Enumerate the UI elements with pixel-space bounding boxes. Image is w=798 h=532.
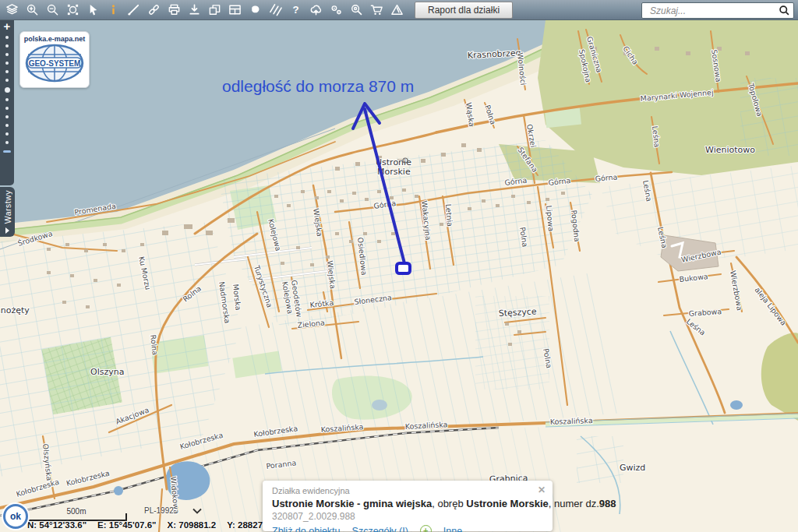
search-box[interactable] <box>641 2 794 19</box>
coord-n: N: 54°12'33.6" <box>27 520 87 530</box>
zoom-out-icon[interactable] <box>42 0 62 20</box>
map-label: Olszyna <box>90 367 124 377</box>
zoom-level-dot[interactable] <box>5 79 9 82</box>
details-link[interactable]: Szczegóły (I) <box>352 526 408 532</box>
info-icon[interactable] <box>103 0 123 20</box>
zoom-level-dot[interactable] <box>5 70 9 73</box>
link-icon[interactable] <box>143 0 164 20</box>
print-icon[interactable] <box>164 0 184 20</box>
expand-arrow-icon <box>5 227 9 234</box>
zoom-level-dot[interactable] <box>5 62 9 65</box>
zoom-level-dot[interactable] <box>5 44 9 48</box>
parcel-info-popup: ✕ Działka ewidencyjna Ustronie Morskie -… <box>263 481 553 531</box>
draw-line-icon[interactable] <box>123 0 143 20</box>
layers-tab-label: Warstwy <box>3 190 12 224</box>
other-link[interactable]: Inne <box>443 526 462 532</box>
map-label: Gwizd <box>620 463 645 473</box>
cart-icon[interactable] <box>366 0 387 20</box>
parcel-id: 320807_2.0029.988 <box>272 511 543 522</box>
map-canvas[interactable]: KrasnobrzegWieniotowoSianożętyOlszynaStę… <box>0 20 798 532</box>
zoom-level-dot[interactable] <box>5 36 9 39</box>
hatch-lines-icon[interactable] <box>265 0 285 20</box>
geo-system-globe-icon: GEO-SYSTEM <box>24 43 85 83</box>
site-logo[interactable]: polska.e-mapa.net GEO-SYSTEM <box>19 31 90 88</box>
layers-icon[interactable] <box>2 0 22 20</box>
svg-text:GEO-SYSTEM: GEO-SYSTEM <box>29 59 81 68</box>
zoom-level-dot[interactable] <box>5 87 10 93</box>
select-area-icon[interactable] <box>62 0 83 20</box>
zoom-in-button[interactable]: + <box>4 20 11 33</box>
search-icon[interactable] <box>779 5 790 16</box>
crs-selector[interactable]: PL-1992 <box>144 506 202 515</box>
svg-text:?: ? <box>292 4 298 16</box>
preview-icon[interactable] <box>346 0 366 20</box>
settings-icon[interactable] <box>326 0 346 20</box>
map-label: Sianożęty <box>0 305 30 315</box>
zoom-strip: + <box>0 20 14 185</box>
download-icon[interactable] <box>184 0 204 20</box>
report-parcel-button[interactable]: Raport dla działki <box>415 2 513 19</box>
scale-label: 500m <box>26 507 127 516</box>
map-label: Stęszyce <box>498 306 537 319</box>
search-input[interactable] <box>648 5 779 17</box>
zoom-level-dot[interactable] <box>5 141 9 144</box>
zoom-out-button[interactable] <box>3 150 11 153</box>
map-label: Koszalińska <box>550 416 593 426</box>
zoom-level-dot[interactable] <box>5 107 9 110</box>
parcel-description: Ustronie Morskie - gmina wiejska, obręb … <box>272 498 543 509</box>
layers-panel-tab[interactable]: Warstwy <box>0 187 15 237</box>
parcel-marker <box>397 263 410 273</box>
zoom-in-icon[interactable] <box>22 0 42 20</box>
pointer-icon[interactable] <box>83 0 103 20</box>
coord-x: X: 709881.2 <box>168 520 217 530</box>
map-label: Wieniotowo <box>705 145 755 155</box>
logo-domain-text: polska.e-mapa.net <box>24 35 86 43</box>
zoom-level-dot[interactable] <box>5 53 9 56</box>
precinct-name: Ustronie Morskie <box>466 498 548 509</box>
polygon-icon[interactable] <box>245 0 265 20</box>
popup-header: Działka ewidencyjna <box>272 486 543 495</box>
zoom-to-object-link[interactable]: Zbliż do obiektu <box>272 526 341 532</box>
obreb-text: , obręb <box>432 498 466 509</box>
help-icon[interactable]: ? <box>285 0 305 20</box>
municipality-name: Ustronie Morskie - gmina wiejska <box>272 498 432 509</box>
coordinates-readout: N: 54°12'33.6" E: 15°45'07.6" X: 709881.… <box>27 520 275 530</box>
layout-panels-icon[interactable] <box>224 0 245 20</box>
coord-e: E: 15°45'07.6" <box>97 520 156 530</box>
crs-label: PL-1992 <box>144 506 174 515</box>
scale-bar: 500m <box>26 505 127 521</box>
cloud-upload-icon[interactable] <box>305 0 326 20</box>
zoom-level-dots[interactable] <box>5 36 10 144</box>
warning-icon[interactable] <box>387 0 407 20</box>
add-plus-icon[interactable]: + <box>420 525 432 532</box>
map-label: Letnia <box>444 203 454 227</box>
distance-annotation-text: odległość do morza 870 m <box>222 77 414 95</box>
copy-windows-icon[interactable] <box>204 0 224 20</box>
ok-button[interactable]: ok <box>3 504 28 529</box>
zoom-level-dot[interactable] <box>5 132 9 136</box>
zoom-level-dot[interactable] <box>5 98 9 101</box>
close-icon[interactable]: ✕ <box>538 484 546 495</box>
zoom-level-dot[interactable] <box>5 124 9 127</box>
parcel-no-text: , numer dz. <box>549 498 599 509</box>
parcel-number: 988 <box>599 498 616 509</box>
chevron-down-icon <box>192 508 202 514</box>
zoom-level-dot[interactable] <box>5 115 9 118</box>
top-toolbar: ? Raport dla działki <box>0 0 798 20</box>
